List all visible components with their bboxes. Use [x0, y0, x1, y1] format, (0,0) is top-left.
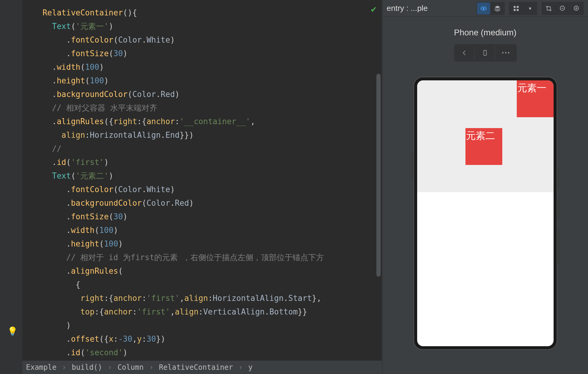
- chevron-down-icon[interactable]: ▾: [523, 2, 537, 15]
- grid-icon[interactable]: [510, 2, 523, 15]
- device-frame: 元素一 元素二: [414, 77, 557, 349]
- vertical-scrollbar[interactable]: [376, 74, 381, 277]
- device-side-button: [557, 198, 559, 220]
- breadcrumb-item[interactable]: y: [248, 363, 252, 372]
- analysis-ok-icon[interactable]: ✔: [371, 4, 376, 14]
- svg-rect-4: [517, 9, 519, 11]
- rotate-icon[interactable]: [476, 45, 495, 60]
- preview-element-one[interactable]: 元素一: [517, 80, 554, 117]
- code-editor[interactable]: ✔ RelativeContainer(){ Text('元素一') .font…: [22, 0, 382, 374]
- svg-point-0: [483, 8, 484, 9]
- back-icon[interactable]: [455, 45, 475, 60]
- zoom-in-icon[interactable]: [570, 2, 583, 15]
- editor-gutter: 💡: [0, 0, 22, 374]
- breadcrumb-item[interactable]: Example: [26, 363, 56, 372]
- svg-rect-10: [484, 50, 486, 56]
- zoom-out-icon[interactable]: [556, 2, 569, 15]
- layers-icon[interactable]: [491, 2, 504, 15]
- code-content[interactable]: RelativeContainer(){ Text('元素一') .fontCo…: [22, 0, 382, 373]
- preview-tab-title[interactable]: entry : ...ple: [387, 4, 472, 13]
- svg-rect-3: [514, 9, 516, 11]
- svg-rect-1: [514, 6, 516, 8]
- inspect-icon[interactable]: [477, 2, 490, 15]
- preview-element-two[interactable]: 元素二: [465, 128, 502, 165]
- breadcrumb-item[interactable]: RelativeContainer: [159, 363, 233, 372]
- preview-toolbar: entry : ...ple ▾: [382, 0, 588, 17]
- more-icon[interactable]: •••: [496, 45, 516, 60]
- svg-rect-2: [517, 6, 519, 8]
- breadcrumb-item[interactable]: build(): [72, 363, 102, 372]
- breadcrumb[interactable]: Example› build()› Column› RelativeContai…: [22, 361, 382, 374]
- device-side-button: [557, 228, 559, 265]
- device-side-button: [557, 168, 559, 190]
- device-screen[interactable]: 元素一 元素二: [417, 80, 554, 346]
- device-label: Phone (medium): [454, 28, 516, 37]
- lightbulb-icon[interactable]: 💡: [7, 326, 18, 336]
- crop-icon[interactable]: [542, 2, 555, 15]
- device-side-button: [412, 153, 414, 179]
- breadcrumb-item[interactable]: Column: [117, 363, 144, 372]
- preview-nav-toolbar: •••: [454, 44, 517, 62]
- preview-panel: entry : ...ple ▾ Phone (medium) •••: [382, 0, 588, 374]
